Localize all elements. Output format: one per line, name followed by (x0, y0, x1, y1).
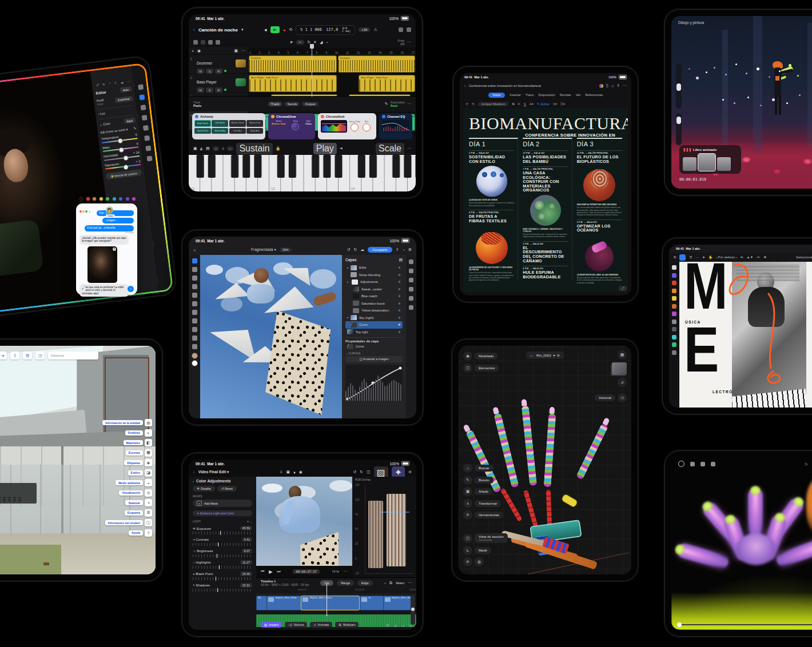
cell-view-icon[interactable] (208, 40, 213, 45)
search-icon[interactable]: ○ (463, 464, 472, 473)
sustain-button[interactable]: Sustain (236, 143, 272, 154)
split-icon[interactable]: ⊟ (401, 624, 404, 628)
record-enable-button[interactable]: R (215, 69, 222, 74)
multicam-button[interactable]: ⊞ Multicam (335, 622, 359, 628)
scale-button[interactable]: Scale (376, 143, 404, 154)
undo-icon[interactable]: ↺ (465, 102, 468, 106)
history-icon[interactable] (409, 296, 413, 301)
title-chevron-icon[interactable]: ▾ (241, 27, 244, 32)
light-section[interactable]: › Luz (98, 111, 105, 115)
more-icon[interactable]: ⋯ (408, 581, 412, 585)
solo-button[interactable]: S (206, 69, 213, 74)
style-value[interactable]: Clean (305, 122, 312, 125)
device-icon[interactable]: ▯ (606, 83, 608, 88)
next-frame-icon[interactable]: ⏭ (277, 569, 280, 574)
tags-icon[interactable]: ◈ (145, 459, 152, 466)
lock-icon[interactable] (690, 462, 695, 466)
reset-icon[interactable] (146, 155, 152, 161)
piano-keyboard[interactable]: C2 C3 C4 (189, 155, 416, 191)
comments-icon[interactable] (409, 278, 413, 282)
share-icon[interactable]: ⇧ (10, 352, 19, 360)
play-icon[interactable]: ▷ (805, 462, 808, 466)
lens-icon[interactable] (144, 135, 150, 141)
export-icon[interactable]: ⇧ (396, 247, 399, 252)
home-icon[interactable]: ⌂ (193, 248, 196, 252)
shadows-icon[interactable]: ◐ (145, 429, 152, 437)
avatar[interactable]: 👩 (106, 206, 113, 214)
background-color-swatch[interactable] (192, 360, 198, 366)
record-icon[interactable] (678, 461, 684, 467)
bw-button[interactable]: B&N (124, 118, 136, 124)
sketch-button[interactable]: Boceto (475, 477, 493, 484)
pages-panel-icon[interactable]: ⧉ (674, 255, 676, 259)
facetime-icon[interactable]: ▭ (130, 209, 134, 214)
visibility-eye-icon[interactable]: 👁 (398, 309, 401, 312)
clip-selected[interactable]: Skyline_Blue_Close (301, 596, 360, 610)
curve-prop-row[interactable]: ╱Curve (345, 343, 403, 350)
track-sort-icon[interactable]: ◉ (197, 49, 201, 53)
page-zoom-chip[interactable]: ⤢ (619, 286, 627, 291)
panel-item[interactable]: Materiales◧ (124, 439, 152, 446)
play-button[interactable]: ▶ (270, 26, 280, 33)
display-icon[interactable]: ◎ (145, 489, 152, 497)
list-icon[interactable]: ☰▾ (560, 102, 565, 106)
solo-button[interactable]: S (206, 87, 213, 93)
play-surface-button[interactable]: Play (313, 143, 337, 154)
play-button[interactable]: ▶ (269, 569, 272, 574)
redo-icon[interactable]: ↻ (360, 470, 363, 474)
eyedropper-icon[interactable]: ✎ (133, 126, 137, 130)
visibility-eye-icon[interactable]: 👁 (398, 316, 401, 319)
share-icon[interactable]: ⇧ (616, 83, 620, 88)
axis-icon[interactable]: ⊿ (618, 378, 627, 387)
transform-button[interactable]: Transformar (475, 500, 501, 507)
tab-track[interactable]: Track (268, 102, 282, 106)
visibility-eye-icon[interactable]: 👁 (398, 302, 401, 305)
more-icon[interactable]: ⋯ (623, 83, 627, 88)
curves-editor[interactable] (345, 365, 403, 401)
add-button[interactable]: Añadir (475, 488, 492, 495)
tab-disposicion[interactable]: Disposición (538, 93, 555, 97)
preset-cell[interactable]: Soft Synth (212, 120, 228, 127)
cursor-tool-icon[interactable]: ➤ (702, 255, 705, 259)
browse-profiles-button[interactable]: Examinar (115, 95, 133, 103)
grid-toggle-icon[interactable]: ▦ (618, 350, 627, 360)
playhead[interactable] (312, 47, 312, 97)
adjust-panel-icon[interactable] (409, 269, 413, 273)
region[interactable]: Drummer (249, 55, 337, 73)
share-icon[interactable]: ⇧ (114, 81, 117, 85)
playback-scrubber[interactable] (677, 624, 812, 625)
flip-v-icon[interactable]: ▲▼ (747, 255, 753, 259)
viewer[interactable] (256, 477, 352, 566)
more-icon[interactable]: ⋯ (407, 146, 411, 151)
distance-input[interactable]: Distancia (48, 352, 98, 360)
preset-cell[interactable]: Dark Arp (229, 128, 246, 134)
search-button[interactable]: Buscar (475, 465, 493, 472)
measure-button[interactable]: Medir (475, 547, 491, 554)
scenes-icon[interactable]: ▦ (145, 449, 152, 457)
hand-tool-icon[interactable]: ✋ (708, 255, 713, 259)
move-tool-icon[interactable] (192, 258, 197, 263)
back-chevron-icon[interactable]: ‹ (464, 83, 466, 89)
prev-frame-icon[interactable]: ⏮ (261, 569, 264, 574)
tracks-view-icon[interactable] (193, 40, 198, 45)
settings-icon[interactable] (399, 27, 403, 32)
align-icon[interactable]: ≡▾ (553, 102, 557, 106)
decay-knob[interactable] (351, 123, 359, 131)
automation-view-icon[interactable] (216, 40, 220, 45)
bar-ruler[interactable]: 1234567891011121314151617 (248, 47, 416, 55)
snapping-icon[interactable]: ⧉ (389, 581, 392, 585)
color-mix-swatches[interactable] (79, 197, 136, 201)
tools-button[interactable]: Herramientas (475, 512, 503, 518)
panel-item[interactable]: Medio ambiente◒ (116, 479, 152, 486)
automation-mode[interactable]: Read (391, 104, 397, 107)
italic-button[interactable]: K (518, 102, 520, 106)
project-title[interactable]: Canción de noche (198, 27, 238, 33)
slider-temperature[interactable]: Temperatura0 (101, 133, 138, 143)
tab-sends[interactable]: Sends (284, 102, 300, 106)
tab-trazo[interactable]: Trazo (526, 93, 534, 97)
layer-row[interactable]: Noise blending👁 (345, 271, 403, 279)
light-collapse-icon[interactable]: ⌄ (250, 520, 252, 523)
color-mix-button[interactable]: Mezcla de colores (106, 169, 142, 180)
octave-down-button[interactable]: ‹ (213, 146, 220, 151)
materials-icon[interactable]: ◧ (145, 439, 152, 446)
